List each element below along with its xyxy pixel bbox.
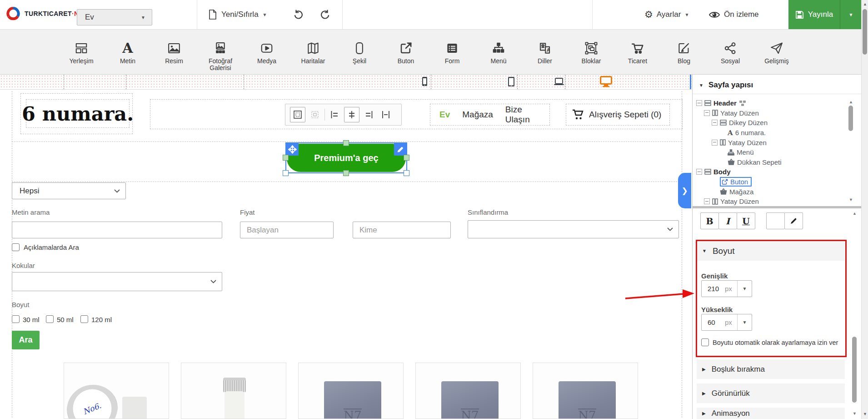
toolbar-item-bloklar[interactable]: Bloklar bbox=[568, 36, 614, 71]
tree-node-6-numara[interactable]: A 6 numara. bbox=[696, 128, 846, 138]
size-section-header[interactable]: ▼ Boyut bbox=[697, 241, 845, 261]
size-30ml-checkbox[interactable] bbox=[12, 315, 20, 323]
collapse-toggle[interactable] bbox=[712, 140, 718, 146]
toolbar-item-buton[interactable]: Buton bbox=[383, 36, 429, 71]
toolbar-item-medya[interactable]: Medya bbox=[244, 36, 290, 71]
tree-scrollbar-thumb[interactable] bbox=[848, 106, 853, 131]
toolbar-item-sekil[interactable]: Şekil bbox=[336, 36, 383, 71]
publish-button[interactable]: Yayınla bbox=[788, 0, 840, 29]
tree-node-yatay-duzen-2[interactable]: Yatay Düzen bbox=[696, 137, 846, 147]
resize-handle-bottom-left[interactable] bbox=[283, 170, 289, 176]
desktop-breakpoint-icon-active[interactable] bbox=[600, 76, 612, 87]
scroll-down-icon[interactable]: ▼ bbox=[863, 412, 867, 416]
align-right-button[interactable] bbox=[362, 107, 376, 122]
text-search-input[interactable] bbox=[12, 222, 222, 238]
padding-tool-button[interactable] bbox=[308, 107, 322, 122]
edit-handle[interactable] bbox=[394, 143, 406, 156]
tree-node-yatay-duzen[interactable]: Yatay Düzen bbox=[696, 108, 846, 118]
product-card[interactable]: No6. bbox=[64, 363, 169, 419]
size-120ml-checkbox[interactable] bbox=[80, 315, 88, 323]
bold-button[interactable]: B bbox=[700, 212, 719, 229]
tree-node-buton-selected[interactable]: Buton bbox=[696, 177, 846, 187]
toolbar-item-fotograf-galerisi[interactable]: Fotoğraf Galerisi bbox=[197, 36, 244, 71]
toolbar-item-blog[interactable]: Blog bbox=[661, 36, 707, 71]
animation-section-header[interactable]: ▶ Animasyon bbox=[697, 408, 845, 419]
scroll-up-icon[interactable]: ▲ bbox=[863, 2, 867, 6]
resize-handle-bottom-right[interactable] bbox=[404, 170, 409, 176]
toolbar-item-gelismis[interactable]: Gelişmiş bbox=[753, 36, 800, 71]
breakpoint-ruler[interactable] bbox=[0, 75, 692, 90]
resize-handle-top[interactable] bbox=[343, 140, 349, 146]
margin-tool-button[interactable] bbox=[290, 107, 305, 122]
toolbar-item-metin[interactable]: A Metin bbox=[105, 36, 151, 71]
tree-node-dukkan-sepeti[interactable]: Dükkan Sepeti bbox=[696, 157, 846, 167]
spacing-section-header[interactable]: ▶ Boşluk bırakma bbox=[697, 359, 845, 379]
tree-node-body[interactable]: Body bbox=[696, 167, 846, 177]
panel-scroll-down-icon[interactable]: ▼ bbox=[853, 411, 857, 416]
toolbar-item-yerlesim[interactable]: Yerleşim bbox=[58, 36, 105, 71]
italic-button[interactable]: I bbox=[718, 212, 737, 229]
panel-scrollbar-thumb[interactable] bbox=[852, 337, 857, 403]
product-card[interactable]: N7 bbox=[298, 363, 404, 419]
align-left-button[interactable] bbox=[327, 107, 342, 122]
collapse-toggle[interactable] bbox=[696, 100, 702, 106]
search-button[interactable]: Ara bbox=[12, 331, 40, 349]
collapse-toggle[interactable] bbox=[712, 120, 718, 126]
panel-scroll-up-icon[interactable]: ▲ bbox=[853, 211, 857, 216]
site-menu[interactable]: Ev Mağaza Bize Ulaşın bbox=[430, 104, 550, 126]
underline-button[interactable]: U bbox=[737, 212, 755, 229]
new-reset-button[interactable]: Yeni/Sıfırla ▼ bbox=[208, 7, 267, 22]
resize-handle-bottom[interactable] bbox=[343, 170, 349, 176]
logo-text-element[interactable]: 6 numara. bbox=[26, 99, 130, 128]
product-card[interactable]: N7 bbox=[533, 363, 638, 419]
category-select[interactable]: Hepsi bbox=[12, 182, 126, 199]
menu-item-magaza[interactable]: Mağaza bbox=[462, 110, 493, 120]
undo-button[interactable] bbox=[292, 9, 304, 21]
unit-dropdown[interactable]: ▼ bbox=[737, 281, 752, 297]
phone-breakpoint-icon[interactable] bbox=[422, 76, 428, 86]
collapse-toggle[interactable] bbox=[704, 198, 710, 204]
move-handle[interactable] bbox=[286, 143, 299, 156]
toolbar-item-ticaret[interactable]: Ticaret bbox=[614, 36, 661, 71]
tree-node-yatay-duzen-3[interactable]: Yatay Düzen bbox=[696, 197, 846, 207]
scents-select[interactable] bbox=[12, 272, 222, 291]
premium-button[interactable]: Premium'a geç bbox=[287, 144, 406, 172]
width-input[interactable]: 210 px ▼ bbox=[701, 280, 752, 297]
price-to-input[interactable] bbox=[353, 222, 451, 238]
menu-item-ev[interactable]: Ev bbox=[439, 110, 450, 120]
toolbar-item-haritalar[interactable]: Haritalar bbox=[290, 36, 336, 71]
toolbar-item-form[interactable]: Form bbox=[429, 36, 475, 71]
tablet-breakpoint-icon[interactable] bbox=[508, 76, 515, 87]
tree-scroll-down-icon[interactable]: ▼ bbox=[849, 197, 853, 202]
toolbar-item-menu[interactable]: Menü bbox=[475, 36, 522, 71]
toolbar-item-diller[interactable]: A Diller bbox=[522, 36, 568, 71]
classification-select[interactable] bbox=[468, 220, 679, 238]
tree-node-dikey-duzen[interactable]: Dikey Düzen bbox=[696, 118, 846, 128]
search-descriptions-checkbox[interactable] bbox=[12, 243, 20, 251]
settings-button[interactable]: ⚙ Ayarlar ▼ bbox=[644, 7, 689, 22]
tree-scroll-up-icon[interactable]: ▲ bbox=[849, 100, 853, 104]
auto-size-checkbox[interactable] bbox=[701, 338, 709, 346]
unit-dropdown[interactable]: ▼ bbox=[737, 314, 752, 330]
product-card[interactable]: N7 bbox=[415, 363, 521, 419]
publish-dropdown-button[interactable]: ▼ bbox=[840, 0, 862, 29]
price-from-input[interactable] bbox=[240, 222, 334, 238]
laptop-breakpoint-icon[interactable] bbox=[554, 78, 564, 86]
menu-item-bize-ulasin[interactable]: Bize Ulaşın bbox=[505, 105, 540, 125]
toolbar-item-sosyal[interactable]: Sosyal bbox=[707, 36, 753, 71]
page-select[interactable]: Ev ▼ bbox=[77, 9, 152, 25]
resize-handle-left[interactable] bbox=[283, 155, 289, 161]
page-structure-header[interactable]: ▼ Sayfa yapısı bbox=[699, 81, 753, 90]
scrollbar-thumb[interactable] bbox=[863, 9, 867, 55]
redo-button[interactable] bbox=[319, 9, 331, 21]
product-card[interactable] bbox=[181, 363, 286, 419]
align-center-button[interactable] bbox=[344, 107, 359, 122]
edit-pencil-button[interactable] bbox=[784, 212, 803, 229]
align-justify-button[interactable] bbox=[379, 107, 393, 122]
panel-collapse-tab[interactable]: ❯ bbox=[678, 173, 691, 208]
size-50ml-checkbox[interactable] bbox=[46, 315, 54, 323]
cart-widget[interactable]: Alışveriş Sepeti (0) bbox=[566, 104, 670, 126]
tree-node-magaza[interactable]: Mağaza bbox=[696, 187, 846, 197]
collapse-toggle[interactable] bbox=[704, 110, 710, 116]
browser-scrollbar[interactable]: ▲ ▼ bbox=[861, 0, 868, 419]
